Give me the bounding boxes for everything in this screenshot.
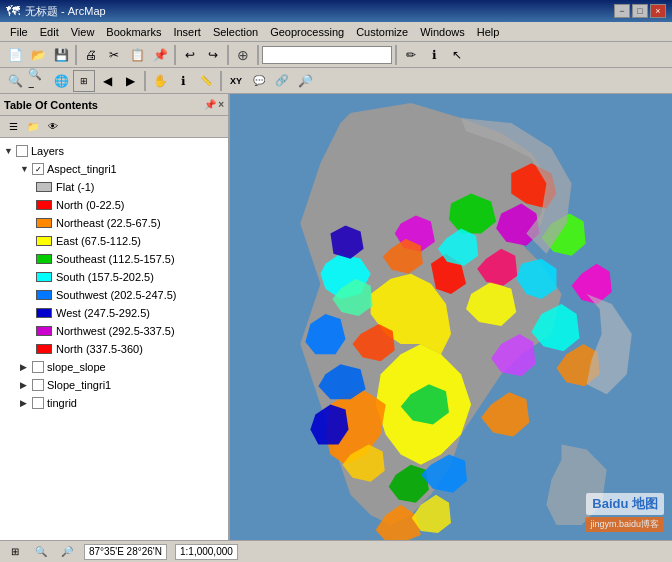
map-svg <box>230 94 672 540</box>
toolbar-tools: 🔍 🔍− 🌐 ⊞ ◀ ▶ ✋ ℹ 📏 XY 💬 🔗 🔎 <box>0 68 672 94</box>
layer-slope-tingri1[interactable]: ▶ Slope_tingri1 <box>0 376 228 394</box>
toc-close-button[interactable]: × <box>218 99 224 110</box>
swatch-southeast <box>36 254 52 264</box>
layers-checkbox[interactable] <box>16 145 28 157</box>
print-button[interactable]: 🖨 <box>80 44 102 66</box>
menu-geoprocessing[interactable]: Geoprocessing <box>264 24 350 40</box>
toc-pin-button[interactable]: 📌 <box>204 99 216 110</box>
legend-north2: North (337.5-360) <box>0 340 228 358</box>
separator-5 <box>395 45 397 65</box>
status-zoom-out[interactable]: 🔎 <box>58 544 76 560</box>
xy-button[interactable]: XY <box>225 70 247 92</box>
globe-button[interactable]: 🌐 <box>50 70 72 92</box>
swatch-north2 <box>36 344 52 354</box>
label-southeast: Southeast (112.5-157.5) <box>56 253 175 265</box>
scale-input[interactable] <box>262 46 392 64</box>
menu-customize[interactable]: Customize <box>350 24 414 40</box>
maximize-button[interactable]: □ <box>632 4 648 18</box>
status-zoom-in[interactable]: ⊞ <box>6 544 24 560</box>
window-controls: − □ × <box>614 4 666 18</box>
separator-7 <box>220 71 222 91</box>
next-extent-button[interactable]: ▶ <box>119 70 141 92</box>
toc-visibility-icon[interactable]: 👁 <box>44 118 62 136</box>
label-southwest: Southwest (202.5-247.5) <box>56 289 176 301</box>
map-tips-button[interactable]: 💬 <box>248 70 270 92</box>
menu-insert[interactable]: Insert <box>167 24 207 40</box>
editor-button[interactable]: ✏ <box>400 44 422 66</box>
copy-button[interactable]: 📋 <box>126 44 148 66</box>
menu-edit[interactable]: Edit <box>34 24 65 40</box>
menu-view[interactable]: View <box>65 24 101 40</box>
slope-expand-icon: ▶ <box>20 362 30 372</box>
label-northeast: Northeast (22.5-67.5) <box>56 217 161 229</box>
swatch-northwest <box>36 326 52 336</box>
slope-checkbox[interactable] <box>32 361 44 373</box>
menu-bookmarks[interactable]: Bookmarks <box>100 24 167 40</box>
blog-watermark: jingym.baidu博客 <box>585 517 664 532</box>
undo-button[interactable]: ↩ <box>179 44 201 66</box>
paste-button[interactable]: 📌 <box>149 44 171 66</box>
aspect-checkbox[interactable]: ✓ <box>32 163 44 175</box>
prev-extent-button[interactable]: ◀ <box>96 70 118 92</box>
map-view[interactable]: Baidu 地图 jingym.baidu博客 <box>230 94 672 540</box>
layers-root[interactable]: ▼ Layers <box>0 142 228 160</box>
slope-tingri-checkbox[interactable] <box>32 379 44 391</box>
open-button[interactable]: 📂 <box>27 44 49 66</box>
hyperlink-button[interactable]: 🔗 <box>271 70 293 92</box>
coordinate-label: 87°35'E 28°26'N <box>89 546 162 557</box>
baidu-watermark: Baidu 地图 <box>586 493 664 515</box>
menu-windows[interactable]: Windows <box>414 24 471 40</box>
identify-button[interactable]: ℹ <box>423 44 445 66</box>
layer-tingrid[interactable]: ▶ tingrid <box>0 394 228 412</box>
legend-west: West (247.5-292.5) <box>0 304 228 322</box>
swatch-northeast <box>36 218 52 228</box>
cut-button[interactable]: ✂ <box>103 44 125 66</box>
legend-east: East (67.5-112.5) <box>0 232 228 250</box>
status-pan[interactable]: 🔍 <box>32 544 50 560</box>
pan-tool[interactable]: ✋ <box>149 70 171 92</box>
menu-file[interactable]: File <box>4 24 34 40</box>
legend-south: South (157.5-202.5) <box>0 268 228 286</box>
tingrid-checkbox[interactable] <box>32 397 44 409</box>
legend-northwest: Northwest (292.5-337.5) <box>0 322 228 340</box>
layer-slope-slope[interactable]: ▶ slope_slope <box>0 358 228 376</box>
window-title: 无标题 - ArcMap <box>25 4 106 19</box>
toc-source-icon[interactable]: 📁 <box>24 118 42 136</box>
main-area: Table Of Contents 📌 × ☰ 📁 👁 ▼ Layers ▼ ✓… <box>0 94 672 540</box>
separator-1 <box>75 45 77 65</box>
full-extent-button[interactable]: ⊞ <box>73 70 95 92</box>
identify-tool[interactable]: ℹ <box>172 70 194 92</box>
layer-aspect-tingri1[interactable]: ▼ ✓ Aspect_tingri1 <box>0 160 228 178</box>
swatch-southwest <box>36 290 52 300</box>
slope-tingri-label: Slope_tingri1 <box>47 379 111 391</box>
tingrid-expand-icon: ▶ <box>20 398 30 408</box>
legend-southwest: Southwest (202.5-247.5) <box>0 286 228 304</box>
label-north2: North (337.5-360) <box>56 343 143 355</box>
separator-4 <box>257 45 259 65</box>
toc-toolbar: ☰ 📁 👁 <box>0 116 228 138</box>
add-data-button[interactable]: ⊕ <box>232 44 254 66</box>
redo-button[interactable]: ↪ <box>202 44 224 66</box>
swatch-east <box>36 236 52 246</box>
legend-north: North (0-22.5) <box>0 196 228 214</box>
title-bar: 🗺 无标题 - ArcMap − □ × <box>0 0 672 22</box>
zoom-out-tool[interactable]: 🔍− <box>27 70 49 92</box>
close-button[interactable]: × <box>650 4 666 18</box>
new-button[interactable]: 📄 <box>4 44 26 66</box>
label-flat: Flat (-1) <box>56 181 95 193</box>
zoom-in-tool[interactable]: 🔍 <box>4 70 26 92</box>
select-button[interactable]: ↖ <box>446 44 468 66</box>
find-button[interactable]: 🔎 <box>294 70 316 92</box>
watermark: Baidu 地图 jingym.baidu博客 <box>585 493 664 532</box>
swatch-west <box>36 308 52 318</box>
toc-content: ▼ Layers ▼ ✓ Aspect_tingri1 Flat (-1) No… <box>0 138 228 540</box>
save-button[interactable]: 💾 <box>50 44 72 66</box>
menu-help[interactable]: Help <box>471 24 506 40</box>
scale-display: 1:1,000,000 <box>175 544 238 560</box>
minimize-button[interactable]: − <box>614 4 630 18</box>
menu-selection[interactable]: Selection <box>207 24 264 40</box>
separator-6 <box>144 71 146 91</box>
measure-tool[interactable]: 📏 <box>195 70 217 92</box>
toc-list-icon[interactable]: ☰ <box>4 118 22 136</box>
aspect-expand-icon: ▼ <box>20 164 30 174</box>
